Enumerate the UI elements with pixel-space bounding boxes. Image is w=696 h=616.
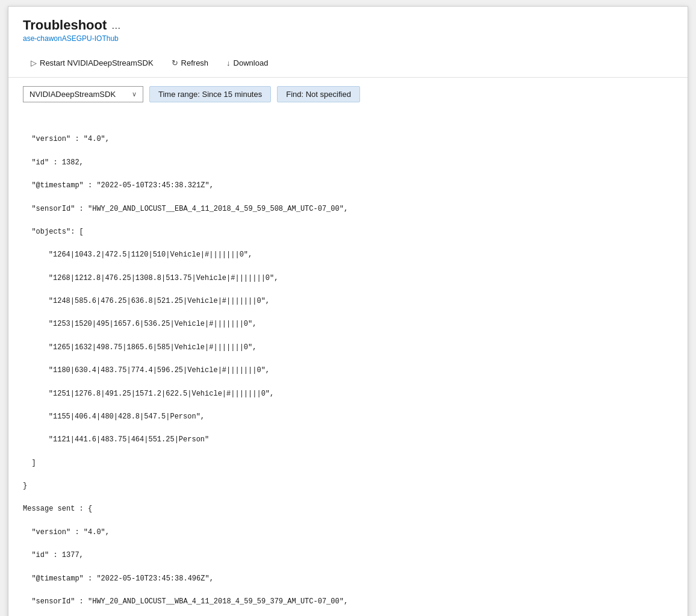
refresh-icon: ↻ bbox=[172, 58, 178, 67]
chevron-down-icon: ∨ bbox=[132, 90, 137, 98]
log-line: "1155|406.4|480|428.8|547.5|Person", bbox=[23, 411, 673, 423]
download-icon: ↓ bbox=[226, 58, 231, 67]
log-line: "1251|1276.8|491.25|1571.2|622.5|Vehicle… bbox=[23, 388, 673, 400]
download-label: Download bbox=[234, 58, 269, 67]
log-line: "@timestamp" : "2022-05-10T23:45:38.496Z… bbox=[23, 573, 673, 585]
refresh-button[interactable]: ↻ Refresh bbox=[164, 55, 217, 71]
restart-button[interactable]: ▷ Restart NVIDIADeepStreamSDK bbox=[23, 55, 161, 71]
download-button[interactable]: ↓ Download bbox=[219, 55, 276, 71]
log-line: "1268|1212.8|476.25|1308.8|513.75|Vehicl… bbox=[23, 273, 673, 284]
log-line: "id" : 1377, bbox=[23, 550, 673, 561]
log-line: "1248|585.6|476.25|636.8|521.25|Vehicle|… bbox=[23, 296, 673, 307]
log-line: Message sent : { bbox=[23, 503, 673, 515]
content-area: NVIDIADeepStreamSDK ∨ Time range: Since … bbox=[8, 78, 688, 616]
log-line: "1265|1632|498.75|1865.6|585|Vehicle|#||… bbox=[23, 342, 673, 353]
refresh-label: Refresh bbox=[181, 58, 209, 67]
filter-row: NVIDIADeepStreamSDK ∨ Time range: Since … bbox=[23, 86, 673, 102]
log-line: } bbox=[23, 481, 673, 492]
find-badge[interactable]: Find: Not specified bbox=[277, 86, 360, 102]
main-window: Troubleshoot ... ase-chawonASEGPU-IOThub… bbox=[8, 6, 688, 616]
title-row: Troubleshoot ... bbox=[23, 17, 673, 33]
log-line: "sensorId" : "HWY_20_AND_LOCUST__EBA_4_1… bbox=[23, 204, 673, 215]
log-line: "1253|1520|495|1657.6|536.25|Vehicle|#||… bbox=[23, 319, 673, 330]
log-line: "@timestamp" : "2022-05-10T23:45:38.321Z… bbox=[23, 180, 673, 191]
log-line: "1264|1043.2|472.5|1120|510|Vehicle|#|||… bbox=[23, 249, 673, 261]
time-range-badge[interactable]: Time range: Since 15 minutes bbox=[149, 86, 271, 102]
breadcrumb[interactable]: ase-chawonASEGPU-IOThub bbox=[23, 34, 673, 43]
log-line: ] bbox=[23, 458, 673, 469]
log-line: "sensorId" : "HWY_20_AND_LOCUST__WBA_4_1… bbox=[23, 596, 673, 608]
log-line: "1121|441.6|483.75|464|551.25|Person" bbox=[23, 434, 673, 446]
toolbar: ▷ Restart NVIDIADeepStreamSDK ↻ Refresh … bbox=[8, 49, 688, 78]
log-output: "version" : "4.0", "id" : 1382, "@timest… bbox=[23, 111, 673, 616]
dropdown-value: NVIDIADeepStreamSDK bbox=[30, 90, 116, 99]
play-icon: ▷ bbox=[31, 58, 37, 67]
header: Troubleshoot ... ase-chawonASEGPU-IOThub bbox=[8, 7, 688, 49]
page-title: Troubleshoot bbox=[23, 17, 107, 33]
restart-label: Restart NVIDIADeepStreamSDK bbox=[40, 58, 154, 67]
more-options-icon[interactable]: ... bbox=[111, 19, 120, 32]
log-line: "objects": [ bbox=[23, 226, 673, 238]
log-line: "id" : 1382, bbox=[23, 157, 673, 169]
log-line: "1180|630.4|483.75|774.4|596.25|Vehicle|… bbox=[23, 365, 673, 376]
module-dropdown[interactable]: NVIDIADeepStreamSDK ∨ bbox=[23, 86, 143, 102]
log-line: "version" : "4.0", bbox=[23, 527, 673, 538]
log-line: "version" : "4.0", bbox=[23, 134, 673, 145]
